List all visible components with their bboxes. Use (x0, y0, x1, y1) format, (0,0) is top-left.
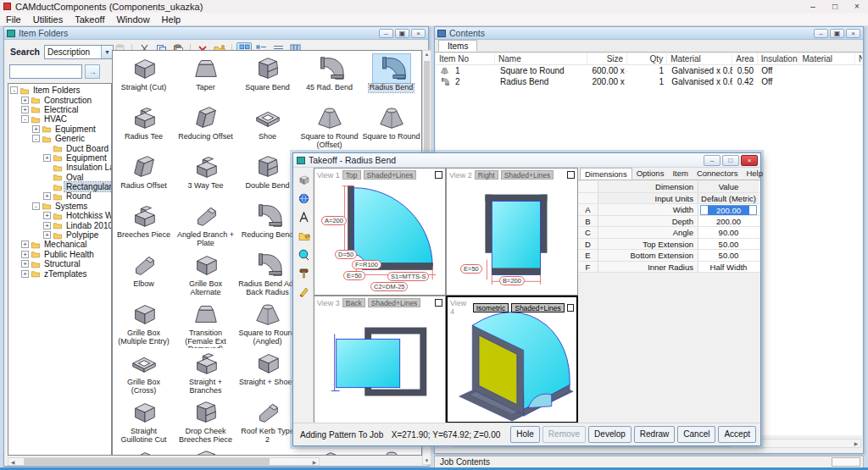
view-orientation-button[interactable]: Top (342, 170, 361, 180)
column-header-size[interactable]: Size (587, 53, 627, 64)
tree-item[interactable]: + Hotchkiss Wolverhampt (43, 211, 111, 220)
tree-item[interactable]: - Item Folders (10, 86, 111, 95)
tree-item[interactable]: Insulation Lagging (43, 163, 111, 172)
tree-expander-icon[interactable]: + (43, 231, 51, 239)
component-item[interactable]: Roof Kerb Type 2 (236, 397, 298, 446)
component-item[interactable] (360, 446, 422, 456)
view-maximize-icon[interactable] (435, 299, 442, 307)
view-4[interactable]: View 4 Isometric Shaded+Lines (446, 296, 578, 423)
tab-item[interactable]: Item (668, 168, 692, 180)
maximize-icon[interactable]: □ (722, 155, 739, 166)
dialog-button[interactable]: Develop (588, 426, 632, 443)
component-item[interactable]: Drop Cheek Breeches Piece (175, 397, 236, 446)
component-item[interactable]: Radius Bend Adj' Back Radius (236, 250, 298, 299)
tree-expander-icon[interactable] (43, 174, 51, 181)
tree-item[interactable]: + Lindab 2010 (43, 220, 111, 229)
tree-expander-icon[interactable]: + (21, 260, 29, 268)
menu-window[interactable]: Window (110, 14, 155, 25)
component-item[interactable]: Straight Guillotine Cut (113, 397, 175, 446)
dimension-value-field[interactable]: 50.00 (698, 250, 759, 261)
view-3[interactable]: View 3 Back Shaded+Lines (314, 296, 446, 423)
minimize-icon[interactable]: – (814, 29, 828, 38)
dialog-button[interactable]: Redraw (634, 426, 675, 443)
scrollbar-thumb[interactable] (24, 458, 270, 465)
tools-hammer-icon[interactable] (296, 265, 312, 280)
tree-expander-icon[interactable]: - (21, 115, 29, 123)
tree-expander-icon[interactable]: - (32, 202, 40, 210)
component-item[interactable]: Angled Branch + Plate (175, 201, 236, 250)
close-icon[interactable]: × (846, 29, 860, 38)
tree-item[interactable]: - Generic (32, 134, 111, 143)
component-item[interactable]: Square to Round (Offset) (298, 102, 360, 152)
component-item[interactable] (175, 446, 236, 456)
component-item[interactable]: Straight + Shoes (236, 348, 298, 397)
tree-expander-icon[interactable]: - (10, 86, 18, 94)
minimize-icon[interactable]: – (379, 29, 393, 38)
tree-item[interactable]: + Construction (21, 95, 111, 104)
dimension-value-field[interactable]: 200.00 (698, 216, 759, 227)
tab-connectors[interactable]: Connectors (693, 168, 743, 180)
table-row[interactable]: 2 Radius Bend 200.00 x 20... 1 Galvanise… (436, 76, 862, 88)
component-item[interactable] (236, 446, 298, 456)
component-item[interactable]: Breeches Piece (113, 201, 175, 250)
search-go-icon[interactable]: → (85, 64, 100, 79)
dialog-button[interactable]: Cancel (677, 426, 715, 443)
component-item[interactable]: Reducing Offset (175, 102, 236, 152)
view-orientation-button[interactable]: Back (342, 298, 365, 307)
tree-expander-icon[interactable]: - (32, 135, 40, 142)
dialog-button[interactable]: Remove (542, 426, 586, 443)
dimension-value-field[interactable]: 200.00 (698, 204, 759, 215)
chevron-down-icon[interactable]: ▼ (101, 46, 113, 58)
component-item[interactable]: 45 Rad. Bend (298, 53, 360, 102)
tree-item[interactable]: + Round (43, 191, 111, 201)
tree-expander-icon[interactable]: + (43, 154, 51, 162)
component-item[interactable]: Shoe (236, 102, 298, 152)
component-item[interactable]: Straight (Cut) (113, 53, 175, 102)
close-icon[interactable]: × (411, 29, 426, 38)
view-orientation-button[interactable]: Right (475, 170, 498, 180)
component-item[interactable]: Radius Tee (113, 102, 175, 152)
tree-item[interactable]: + Structural (21, 259, 111, 268)
render-globe-icon[interactable] (296, 191, 312, 206)
view-maximize-icon[interactable] (567, 171, 575, 179)
component-item[interactable]: 3 Way Tee (175, 152, 236, 201)
dimension-value-field[interactable]: Half Width (698, 262, 759, 273)
minimize-icon[interactable]: – (802, 2, 824, 11)
dialog-button[interactable]: Hole (510, 426, 540, 443)
maximize-icon[interactable]: □ (824, 2, 846, 11)
component-item[interactable]: Straight + Branches (175, 348, 236, 397)
component-item[interactable] (113, 446, 175, 456)
tree-expander-icon[interactable]: + (32, 125, 40, 133)
component-item[interactable]: Square to Round (Angled) (236, 299, 298, 348)
tab-help[interactable]: Help (742, 168, 767, 180)
annotation-text-icon[interactable] (296, 209, 312, 224)
contents-titlebar[interactable]: Contents – ▣ × (435, 27, 863, 40)
tree-item[interactable]: + Equipment (43, 153, 111, 163)
tree-expander-icon[interactable] (43, 145, 51, 152)
item-properties-icon[interactable] (296, 228, 312, 243)
view-mode-button[interactable]: Shaded+Lines (364, 170, 417, 180)
view-maximize-icon[interactable] (435, 171, 442, 179)
tree-item[interactable]: + Polypipe (43, 230, 111, 240)
tree-item[interactable]: - Systems (32, 202, 111, 211)
tree-item[interactable]: + Public Health (21, 250, 111, 259)
scroll-right-icon[interactable]: ▶ (310, 459, 319, 465)
column-header-partial[interactable]: N (855, 53, 862, 64)
menu-file[interactable]: File (0, 14, 27, 25)
menu-utilities[interactable]: Utilities (27, 14, 69, 25)
shading-circle-icon[interactable] (296, 246, 312, 262)
tree-item[interactable]: Rectangular (43, 182, 111, 191)
tab-options[interactable]: Options (632, 168, 669, 180)
component-item[interactable]: Double Bend (236, 152, 298, 201)
tree-expander-icon[interactable]: + (21, 97, 29, 104)
draw-feather-icon[interactable] (296, 284, 312, 299)
search-mode-select[interactable]: Description ▼ (44, 45, 114, 59)
tree-expander-icon[interactable]: + (21, 106, 29, 113)
tree-item[interactable]: + zTemplates (21, 268, 111, 278)
component-item[interactable]: Grille Box (Multiple Entry) (113, 299, 175, 348)
tree-item[interactable]: Duct Board (43, 143, 111, 152)
scroll-left-icon[interactable]: ◀ (8, 459, 17, 465)
component-item[interactable] (298, 446, 360, 456)
column-header-item-no[interactable]: Item No (436, 53, 495, 64)
orientation-cube-icon[interactable] (296, 172, 312, 187)
